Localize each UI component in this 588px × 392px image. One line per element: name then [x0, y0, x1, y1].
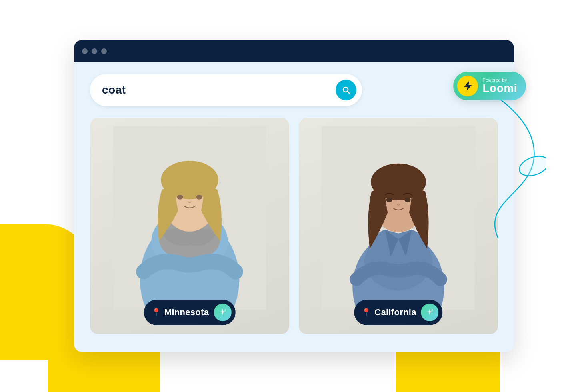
loomi-brand-name: Loomi	[483, 82, 518, 95]
browser-dot-1	[82, 48, 88, 54]
svg-point-18	[371, 164, 426, 200]
browser-titlebar	[74, 40, 514, 62]
product-card-california[interactable]: 📍 California	[299, 118, 498, 334]
loomi-icon-circle	[457, 76, 478, 96]
location-badge-minnesota[interactable]: 📍 Minnesota	[144, 300, 236, 325]
sparkle-icon-california	[426, 308, 434, 317]
location-name-minnesota: Minnesota	[164, 307, 209, 318]
search-query: coat	[102, 84, 336, 96]
browser-dot-3	[101, 48, 107, 54]
sparkle-button-minnesota[interactable]	[214, 304, 231, 321]
minnesota-person-illustration	[90, 126, 289, 310]
svg-point-0	[517, 152, 546, 179]
loomi-badge[interactable]: Powered by Loomi	[453, 72, 526, 100]
california-person-illustration	[299, 126, 498, 310]
products-grid: 📍 Minnesota	[90, 118, 498, 334]
browser-content: Powered by Loomi coat	[74, 62, 514, 346]
svg-point-19	[386, 198, 392, 202]
location-pin-icon-california: 📍	[361, 308, 371, 317]
svg-point-8	[177, 195, 183, 199]
loomi-text-group: Powered by Loomi	[483, 78, 518, 95]
loomi-powered-by: Powered by	[483, 78, 518, 82]
sparkle-icon-minnesota	[218, 308, 227, 317]
product-card-minnesota[interactable]: 📍 Minnesota	[90, 118, 289, 334]
decorative-curve	[474, 86, 546, 256]
location-badge-california[interactable]: 📍 California	[354, 300, 442, 325]
search-bar: coat	[90, 74, 362, 106]
loomi-bolt-icon	[462, 80, 473, 92]
svg-point-9	[196, 195, 202, 199]
location-name-california: California	[374, 307, 416, 318]
svg-point-7	[161, 161, 218, 199]
browser-dot-2	[92, 48, 97, 54]
browser-window: Powered by Loomi coat	[74, 40, 514, 352]
search-icon	[341, 85, 351, 95]
search-button[interactable]	[336, 80, 356, 100]
sparkle-button-california[interactable]	[421, 304, 439, 321]
location-pin-icon-minnesota: 📍	[151, 308, 161, 317]
svg-point-20	[404, 198, 410, 202]
